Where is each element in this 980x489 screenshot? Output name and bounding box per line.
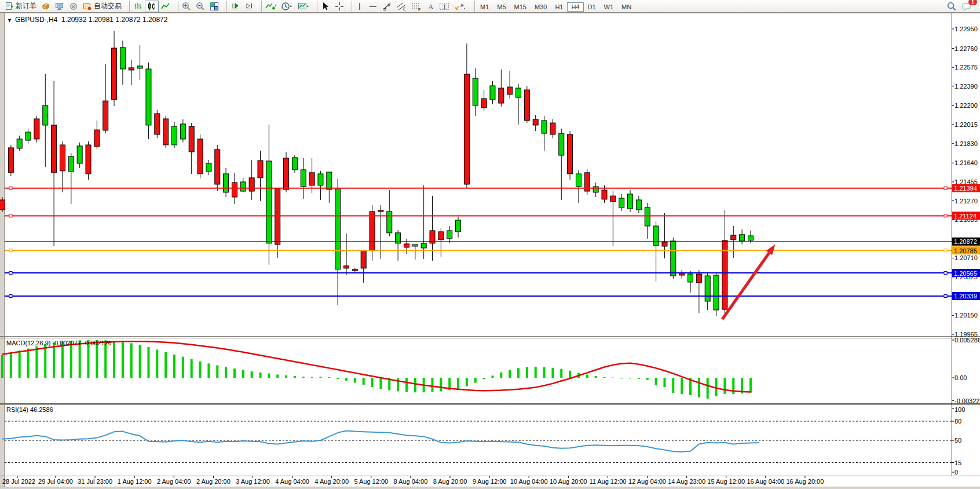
- time-axis-label: 8 Aug 20:00: [433, 478, 467, 485]
- crosshair-button[interactable]: [332, 1, 346, 12]
- line-anchor-marker: [9, 187, 12, 189]
- cursor-icon: [321, 2, 330, 11]
- time-axis-label: 10 Aug 20:00: [550, 478, 587, 485]
- price-axis-label: 1.21640: [955, 159, 978, 166]
- horizontal-line-icon: [368, 2, 378, 11]
- rsi-axis-label: 100: [955, 406, 965, 413]
- fibonacci-icon: F: [411, 2, 422, 11]
- candle-body: [740, 235, 745, 241]
- cursor-button[interactable]: [319, 1, 332, 12]
- indicators-icon: [265, 2, 277, 11]
- candle-body: [542, 121, 547, 133]
- svg-text:F: F: [418, 7, 420, 11]
- template-icon: [298, 2, 309, 11]
- toolbar-separator: [222, 1, 227, 12]
- text-label-icon: T: [439, 2, 449, 11]
- rsi-axis-label: 15: [955, 459, 961, 466]
- timeframe-h4-button[interactable]: H4: [567, 2, 583, 12]
- time-axis-label: 10 Aug 04:00: [510, 478, 548, 485]
- candle-body: [533, 119, 538, 125]
- candle-body: [387, 211, 392, 233]
- zoom-in-icon: [182, 2, 191, 11]
- candle-body: [180, 124, 185, 139]
- signal-icon: [69, 2, 78, 11]
- zoom-out-button[interactable]: [193, 1, 207, 12]
- fibonacci-button[interactable]: F: [409, 1, 424, 12]
- styler-button[interactable]: [39, 1, 53, 12]
- zoom-in-button[interactable]: [180, 1, 193, 12]
- timeframe-mn-button[interactable]: MN: [617, 2, 635, 12]
- new-order-button[interactable]: 新订单: [2, 1, 39, 12]
- price-axis-label: 1.21270: [955, 198, 978, 205]
- chart-plot[interactable]: 0.0052860.00-0.00322310080501501.229501.…: [0, 0, 980, 489]
- candlestick-chart-button[interactable]: [145, 1, 159, 12]
- time-axis-label: 12 Aug 04:00: [628, 478, 666, 485]
- rsi-axis-label: 50: [955, 437, 961, 444]
- time-axis-label: 8 Aug 04:00: [394, 478, 428, 485]
- candle-body: [576, 174, 581, 187]
- time-axis-label: 9 Aug 12:00: [473, 478, 507, 485]
- timeframe-m5-button[interactable]: M5: [493, 2, 510, 12]
- market-watch-button[interactable]: [53, 1, 67, 12]
- timeframe-m30-button[interactable]: M30: [531, 2, 551, 12]
- timeframe-bar: M1M5M15M30H1H4D1W1MN: [476, 1, 635, 12]
- toolbar-separator: [174, 1, 178, 12]
- candlestick-icon: [147, 2, 156, 11]
- timeframe-d1-button[interactable]: D1: [584, 2, 600, 12]
- search-button[interactable]: [944, 1, 959, 12]
- candle-body: [645, 207, 650, 226]
- rsi-axis-label: 80: [955, 418, 961, 425]
- candle-body: [352, 269, 357, 271]
- arrows-button[interactable]: [452, 1, 469, 12]
- candle-body: [705, 276, 710, 301]
- new-order-label: 新订单: [16, 1, 36, 11]
- candle-body: [636, 200, 641, 210]
- vertical-line-button[interactable]: [353, 1, 366, 12]
- candle-body: [568, 134, 573, 174]
- candle-body: [671, 241, 676, 276]
- horizontal-line-button[interactable]: [366, 1, 380, 12]
- line-chart-icon: [161, 2, 170, 11]
- templates-button[interactable]: [295, 1, 312, 12]
- candle-body: [714, 275, 719, 310]
- chart-shift-button[interactable]: [242, 1, 256, 12]
- trendline-icon: [382, 2, 392, 11]
- chart-shift-icon: [244, 2, 254, 11]
- tile-windows-icon: [210, 2, 219, 11]
- text-label-button[interactable]: T: [437, 1, 452, 12]
- time-axis-label: 2 Aug 04:00: [157, 478, 191, 485]
- time-axis-label: 16 Aug 20:00: [786, 478, 824, 485]
- price-line-label: 1.20339: [954, 293, 977, 300]
- timeframe-m1-button[interactable]: M1: [476, 2, 493, 12]
- timeframe-w1-button[interactable]: W1: [600, 2, 618, 12]
- auto-scroll-button[interactable]: [228, 1, 242, 12]
- line-anchor-marker: [9, 249, 12, 252]
- line-chart-button[interactable]: [159, 1, 173, 12]
- text-button[interactable]: A: [424, 1, 437, 12]
- candle-body: [0, 200, 5, 210]
- trendline-button[interactable]: [380, 1, 394, 12]
- signal-button[interactable]: [67, 1, 81, 12]
- search-icon: [946, 1, 957, 12]
- timeframe-h1-button[interactable]: H1: [551, 2, 567, 12]
- candle-body: [344, 266, 349, 268]
- notifications-button[interactable]: 1: [959, 1, 974, 12]
- periods-button[interactable]: [279, 1, 295, 12]
- candle-body: [258, 160, 263, 178]
- candle-body: [473, 78, 478, 105]
- equidistant-channel-button[interactable]: E: [394, 1, 409, 12]
- timeframe-m15-button[interactable]: M15: [510, 2, 531, 12]
- new-order-icon: [5, 2, 14, 11]
- chart-dropdown-icon[interactable]: ▼: [7, 17, 12, 23]
- candle-body: [25, 132, 31, 140]
- line-anchor-marker: [944, 272, 947, 275]
- indicators-button[interactable]: [263, 1, 279, 12]
- svg-text:T: T: [443, 3, 447, 10]
- autotrading-button[interactable]: 自动交易: [81, 1, 124, 12]
- tile-windows-button[interactable]: [207, 1, 221, 12]
- bar-chart-button[interactable]: [131, 1, 145, 12]
- candle-body: [610, 196, 616, 202]
- bar-chart-icon: [133, 2, 142, 11]
- time-axis-label: 16 Aug 04:00: [747, 478, 784, 485]
- time-axis-label: 3 Aug 12:00: [236, 478, 270, 485]
